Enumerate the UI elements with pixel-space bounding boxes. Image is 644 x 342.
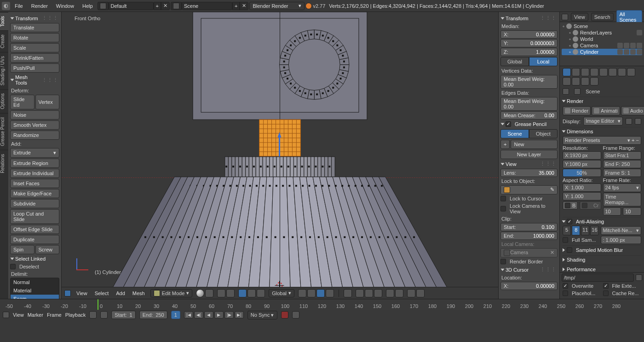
aa-panel-header[interactable]: Anti-Aliasing <box>563 217 641 226</box>
vtab-create[interactable]: Create <box>0 30 8 52</box>
delimit-normal[interactable]: Normal <box>11 278 59 286</box>
gp-icon-1[interactable] <box>407 289 415 297</box>
noise-button[interactable]: Noise <box>10 110 59 120</box>
npanel-gp-header[interactable]: Grease Pencil <box>500 120 558 128</box>
median-y-field[interactable]: Y:0.0000003 <box>500 39 558 47</box>
orientation-select[interactable]: Global▾ <box>269 289 294 297</box>
vtab-relations[interactable]: Relations <box>0 150 8 177</box>
tl-frame[interactable]: Frame <box>47 312 62 318</box>
shrink-fatten-button[interactable]: Shrink/Fatten <box>10 53 59 63</box>
gp-source-toggle[interactable]: SceneObject <box>500 129 558 138</box>
translate-button[interactable]: Translate <box>10 23 59 32</box>
keyset-icon[interactable] <box>292 311 299 319</box>
face-select-icon[interactable] <box>316 289 325 297</box>
snap-target-icon[interactable] <box>374 289 382 297</box>
res-x-field[interactable]: X:1920 px <box>563 151 601 160</box>
keyframe-prev-button[interactable]: ◀| <box>194 311 203 319</box>
lock-camera-check[interactable] <box>500 206 506 211</box>
tab-physics-icon[interactable] <box>590 77 598 86</box>
loop-cut-button[interactable]: Loop Cut and Slide <box>10 209 59 224</box>
crease-field[interactable]: Mean Crease:0.00 <box>500 111 558 120</box>
overwrite-check[interactable] <box>563 283 568 289</box>
tl-playback[interactable]: Playback <box>65 312 86 318</box>
snap-element-icon[interactable] <box>365 289 373 297</box>
bevel-weight-field[interactable]: Mean Bevel Weig: 0.00 <box>500 75 558 89</box>
render-button[interactable]: Render <box>563 106 591 115</box>
render-border-check[interactable] <box>500 259 506 264</box>
vtab-tools[interactable]: Tools <box>0 12 8 30</box>
placeholders-check[interactable] <box>563 291 568 296</box>
menu-view[interactable]: View <box>75 291 89 296</box>
tab-particles-icon[interactable] <box>581 77 589 86</box>
full-sample-check[interactable] <box>563 237 568 243</box>
vtab-shading[interactable]: Shading / UVs <box>0 52 8 89</box>
aspect-y-field[interactable]: Y: 1.000 <box>563 192 601 200</box>
gp-check[interactable] <box>506 121 511 127</box>
median-x-field[interactable]: X:0.00000 <box>500 30 558 39</box>
aspect-x-field[interactable]: X: 1.000 <box>563 183 601 192</box>
make-edge-face-button[interactable]: Make Edge/Face <box>10 189 59 198</box>
manip-translate-icon[interactable] <box>238 289 247 297</box>
limit-select-icon[interactable] <box>326 289 334 297</box>
tab-modifier-icon[interactable] <box>618 68 626 76</box>
deselect-check[interactable] <box>10 264 16 269</box>
render-presets-select[interactable]: Render Presets▾ + − <box>563 136 641 145</box>
panel-meshtools-header[interactable]: Mesh Tools⋮⋮⋮ <box>10 73 59 87</box>
npanel-view-header[interactable]: View⋮⋮⋮ <box>500 160 558 168</box>
vtab-grease[interactable]: Grease Pencil <box>0 113 8 150</box>
fileext-check[interactable] <box>603 283 609 289</box>
bevel-weight-edge-field[interactable]: Mean Bevel Weig: 0.00 <box>500 97 558 111</box>
outliner-node-world[interactable]: ◦World <box>562 36 642 42</box>
jump-start-button[interactable]: |◀ <box>184 311 193 319</box>
tab-object-icon[interactable] <box>599 68 608 76</box>
dimensions-panel-header[interactable]: Dimensions <box>563 127 641 136</box>
keyframe-next-button[interactable]: |▶ <box>224 311 234 319</box>
clip-end-field[interactable]: End:1000.000 <box>500 232 558 240</box>
play-reverse-button[interactable]: ◀ <box>204 311 213 319</box>
lock-object-field[interactable]: ✎ <box>500 185 558 194</box>
remap-old-field[interactable]: 10 <box>603 207 621 216</box>
render-anim-icon[interactable] <box>395 289 403 297</box>
current-frame-field[interactable]: 1 <box>171 311 180 319</box>
render-panel-header[interactable]: Render <box>563 97 641 105</box>
editor-type-icon[interactable] <box>64 290 71 296</box>
range-icon[interactable] <box>89 311 97 319</box>
lock-cursor-check[interactable] <box>500 196 506 201</box>
menu-mesh[interactable]: Mesh <box>131 291 147 296</box>
space-toggle[interactable]: GlobalLocal <box>500 57 558 66</box>
aa-filter-select[interactable]: Mitchell-Ne...▾ <box>601 226 642 235</box>
menu-file[interactable]: File <box>11 2 27 10</box>
duplicate-button[interactable]: Duplicate <box>10 235 59 244</box>
frame-step-field[interactable]: Frame S: 1 <box>603 169 642 177</box>
subdivide-button[interactable]: Subdivide <box>10 199 59 208</box>
timeline-editor-icon[interactable] <box>3 312 9 318</box>
clip-start-field[interactable]: Start:0.100 <box>500 223 558 231</box>
remap-new-field[interactable]: 10 <box>623 207 641 216</box>
crop-check[interactable]: Cr <box>580 201 601 210</box>
autokey-icon[interactable] <box>281 311 288 319</box>
timeline-ruler[interactable]: -50-40-30-20-100102030405060708090100110… <box>0 299 644 310</box>
tl-marker[interactable]: Marker <box>28 312 43 318</box>
extrude-region-button[interactable]: Extrude Region <box>10 159 59 168</box>
npanel-transform-header[interactable]: Transform⋮⋮⋮ <box>500 14 558 23</box>
shading-panel-header[interactable]: Shading <box>563 255 641 264</box>
new-layer-button[interactable]: New Layer <box>500 150 558 159</box>
menu-render[interactable]: Render <box>28 2 52 10</box>
menu-window[interactable]: Window <box>52 2 78 10</box>
smb-panel-header[interactable]: Sampled Motion Blur <box>563 245 641 254</box>
blender-icon[interactable]: ◐ <box>2 2 10 10</box>
randomize-button[interactable]: Randomize <box>10 131 59 140</box>
time-remap-label[interactable]: Time Remapp... <box>603 193 642 206</box>
inset-faces-button[interactable]: Inset Faces <box>10 179 59 188</box>
end-frame-field[interactable]: End F: 250 <box>603 160 642 168</box>
outliner-node-renderlayers[interactable]: ◦RenderLayers <box>562 29 642 36</box>
smooth-vertex-button[interactable]: Smooth Vertex <box>10 120 59 130</box>
outliner-node-scene[interactable]: ◦Scene <box>562 23 642 29</box>
folder-icon[interactable] <box>636 274 642 281</box>
slide-edge-button[interactable]: Slide Ed <box>10 95 34 109</box>
panel-transform-header[interactable]: Transform⋮⋮⋮ <box>10 14 59 23</box>
extrude-individual-button[interactable]: Extrude Individual <box>10 169 59 178</box>
output-path-field[interactable]: /tmp/ <box>562 274 634 282</box>
render-engine-select[interactable]: Blender Render▾ <box>249 2 305 10</box>
push-pull-button[interactable]: Push/Pull <box>10 63 59 73</box>
